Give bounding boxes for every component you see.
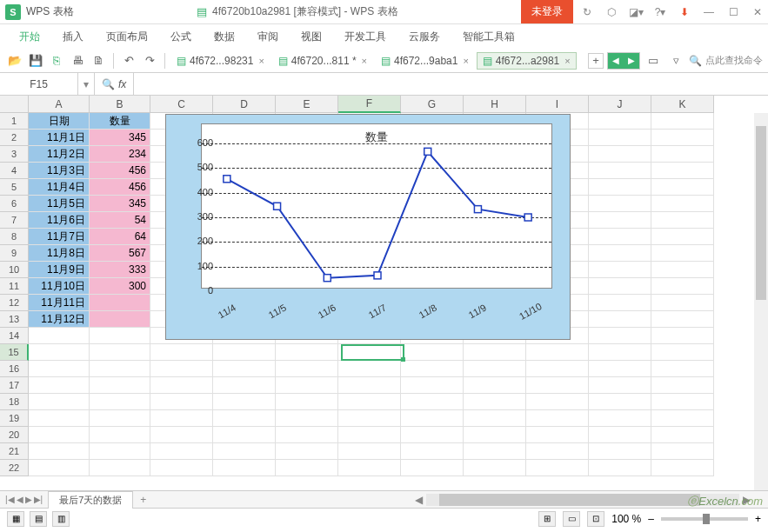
cell-G15[interactable] xyxy=(401,344,464,361)
cell-A22[interactable] xyxy=(29,460,90,476)
cell-I21[interactable] xyxy=(526,443,589,460)
cell-J4[interactable] xyxy=(589,163,651,179)
row-header-22[interactable]: 22 xyxy=(0,460,29,476)
cell-F17[interactable] xyxy=(338,377,401,394)
cell-D16[interactable] xyxy=(213,361,276,377)
row-header-18[interactable]: 18 xyxy=(0,394,29,410)
cell-K15[interactable] xyxy=(651,344,714,361)
doc-tab-1[interactable]: ▤ 4f6720...811 * × xyxy=(272,52,373,70)
cell-J12[interactable] xyxy=(589,295,651,311)
cell-J21[interactable] xyxy=(589,443,651,460)
window-icon[interactable]: ▭ xyxy=(644,51,663,70)
search-input[interactable]: 点此查找命令 xyxy=(705,54,763,67)
cell-A7[interactable]: 11月6日 xyxy=(29,212,90,229)
zoom-in-icon[interactable]: + xyxy=(755,513,761,525)
cell-J5[interactable] xyxy=(589,179,651,196)
cell-B15[interactable] xyxy=(90,344,150,361)
cell-K5[interactable] xyxy=(651,179,714,196)
cell-H17[interactable] xyxy=(464,377,526,394)
cell-B11[interactable]: 300 xyxy=(90,278,150,295)
tab-close-icon[interactable]: × xyxy=(564,56,570,66)
cell-C21[interactable] xyxy=(150,443,213,460)
cell-J9[interactable] xyxy=(589,245,651,262)
row-header-4[interactable]: 4 xyxy=(0,163,29,179)
cell-J14[interactable] xyxy=(589,328,651,344)
cell-B13[interactable] xyxy=(90,311,150,328)
sheet-first-icon[interactable]: |◀ xyxy=(5,495,15,504)
cell-J3[interactable] xyxy=(589,146,651,163)
cell-F16[interactable] xyxy=(338,361,401,377)
cell-H16[interactable] xyxy=(464,361,526,377)
menu-tools[interactable]: 智能工具箱 xyxy=(452,26,525,48)
cell-I15[interactable] xyxy=(526,344,589,361)
row-header-19[interactable]: 19 xyxy=(0,410,29,427)
cell-B12[interactable] xyxy=(90,295,150,311)
cell-K22[interactable] xyxy=(651,460,714,476)
cell-K3[interactable] xyxy=(651,146,714,163)
cell-J17[interactable] xyxy=(589,377,651,394)
cell-B19[interactable] xyxy=(90,410,150,427)
row-header-20[interactable]: 20 xyxy=(0,427,29,443)
cell-D19[interactable] xyxy=(213,410,276,427)
print-icon[interactable]: 🖶 xyxy=(68,51,87,70)
login-button[interactable]: 未登录 xyxy=(521,0,573,23)
cell-C20[interactable] xyxy=(150,427,213,443)
cell-A6[interactable]: 11月5日 xyxy=(29,196,90,212)
cell-A5[interactable]: 11月4日 xyxy=(29,179,90,196)
cell-A19[interactable] xyxy=(29,410,90,427)
row-header-1[interactable]: 1 xyxy=(0,113,29,130)
cell-B3[interactable]: 234 xyxy=(90,146,150,163)
help-icon[interactable]: ?▾ xyxy=(650,2,671,23)
select-all-corner[interactable] xyxy=(0,96,29,113)
col-header-J[interactable]: J xyxy=(589,96,651,113)
cell-B20[interactable] xyxy=(90,427,150,443)
cell-A16[interactable] xyxy=(29,361,90,377)
row-header-13[interactable]: 13 xyxy=(0,311,29,328)
cell-J8[interactable] xyxy=(589,229,651,245)
cell-A2[interactable]: 11月1日 xyxy=(29,130,90,146)
cell-H19[interactable] xyxy=(464,410,526,427)
cell-A9[interactable]: 11月8日 xyxy=(29,245,90,262)
cell-B22[interactable] xyxy=(90,460,150,476)
maximize-button[interactable]: ☐ xyxy=(723,2,744,23)
cell-G19[interactable] xyxy=(401,410,464,427)
cell-K8[interactable] xyxy=(651,229,714,245)
row-header-3[interactable]: 3 xyxy=(0,146,29,163)
cell-J13[interactable] xyxy=(589,311,651,328)
cell-I18[interactable] xyxy=(526,394,589,410)
menu-start[interactable]: 开始 xyxy=(9,26,50,48)
cell-K16[interactable] xyxy=(651,361,714,377)
cell-D17[interactable] xyxy=(213,377,276,394)
col-header-C[interactable]: C xyxy=(150,96,213,113)
view-btn-3[interactable]: ▥ xyxy=(52,511,70,527)
cell-A11[interactable]: 11月10日 xyxy=(29,278,90,295)
cell-H22[interactable] xyxy=(464,460,526,476)
skin-icon[interactable]: ◪▾ xyxy=(625,2,646,23)
sheet-tab[interactable]: 最后7天的数据 xyxy=(48,491,133,509)
hscroll-left-icon[interactable]: ◀ xyxy=(415,494,423,506)
cell-E15[interactable] xyxy=(276,344,338,361)
cell-I20[interactable] xyxy=(526,427,589,443)
cell-C19[interactable] xyxy=(150,410,213,427)
cell-I19[interactable] xyxy=(526,410,589,427)
cell-B9[interactable]: 567 xyxy=(90,245,150,262)
preview-icon[interactable]: 🗎 xyxy=(89,51,108,70)
row-header-8[interactable]: 8 xyxy=(0,229,29,245)
col-header-F[interactable]: F xyxy=(338,96,401,113)
doc-tab-2[interactable]: ▤ 4f672...9aba1 × xyxy=(375,52,475,70)
view-normal-icon[interactable]: ⊞ xyxy=(538,511,556,527)
menu-review[interactable]: 审阅 xyxy=(247,26,289,48)
cell-J7[interactable] xyxy=(589,212,651,229)
cell-K13[interactable] xyxy=(651,311,714,328)
cell-D20[interactable] xyxy=(213,427,276,443)
saveas-icon[interactable]: ⎘ xyxy=(47,51,66,70)
cell-B6[interactable]: 345 xyxy=(90,196,150,212)
cell-J11[interactable] xyxy=(589,278,651,295)
cell-B18[interactable] xyxy=(90,394,150,410)
cell-K14[interactable] xyxy=(651,328,714,344)
add-tab-icon[interactable]: + xyxy=(588,53,604,69)
cell-B1[interactable]: 数量 xyxy=(90,113,150,130)
menu-cloud[interactable]: 云服务 xyxy=(398,26,451,48)
close-button[interactable]: ✕ xyxy=(747,2,768,23)
cell-K11[interactable] xyxy=(651,278,714,295)
